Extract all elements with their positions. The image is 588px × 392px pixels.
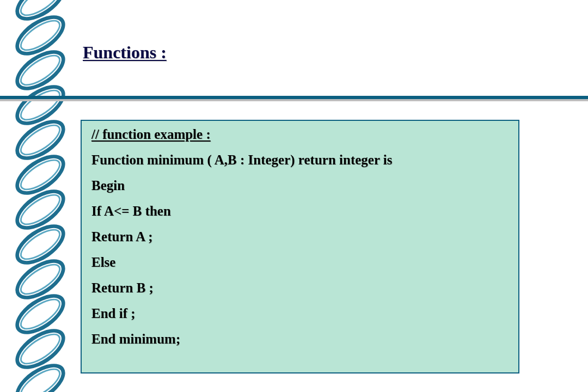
code-line: If A<= B then — [91, 204, 509, 218]
code-line: Else — [91, 255, 509, 269]
code-line: Function minimum ( A,B : Integer) return… — [91, 153, 509, 167]
code-line: // function example : — [91, 127, 509, 141]
code-line: Return B ; — [91, 281, 509, 295]
code-line: End minimum; — [91, 332, 509, 346]
code-line: Return A ; — [91, 230, 509, 243]
code-line: End if ; — [91, 307, 509, 320]
spiral-binding — [12, 0, 72, 392]
code-box: // function example : Function minimum (… — [81, 120, 519, 373]
separator-line — [0, 96, 588, 101]
slide: Functions : // function example : Functi… — [0, 0, 588, 392]
slide-title: Functions : — [83, 42, 167, 63]
code-line: Begin — [91, 179, 509, 192]
